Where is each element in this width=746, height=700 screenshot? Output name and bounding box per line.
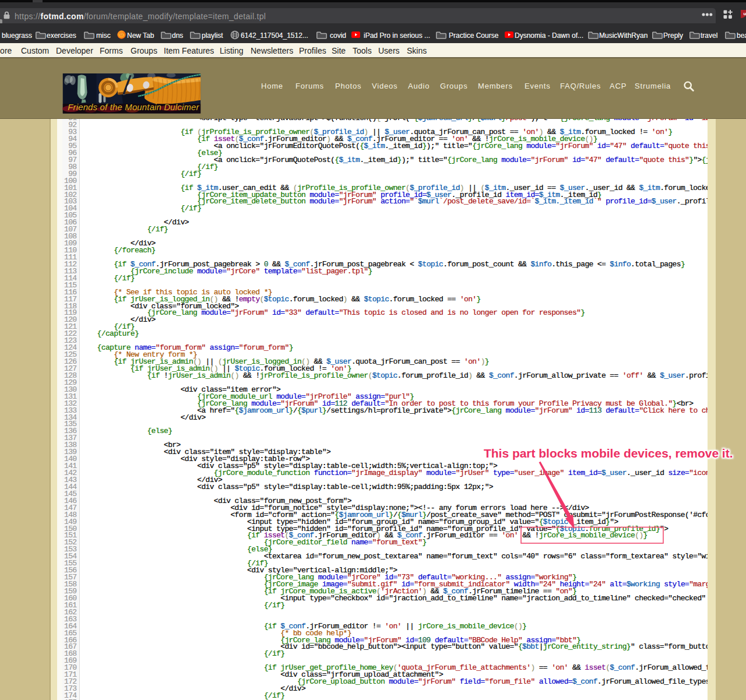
svg-text:u: u xyxy=(744,11,746,16)
svg-text:Friends of the Mountain Dulcim: Friends of the Mountain Dulcimer xyxy=(68,103,199,112)
